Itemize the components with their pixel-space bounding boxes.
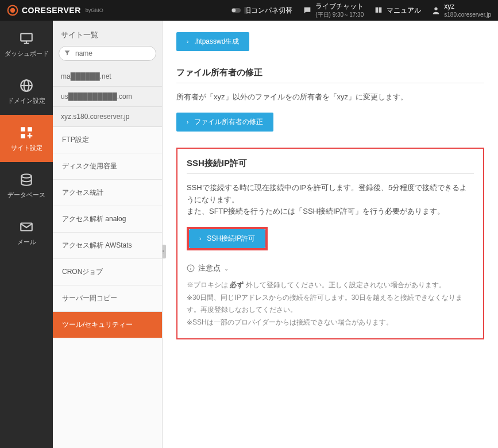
panel-drag-handle[interactable]: ≡ xyxy=(163,245,166,258)
ssh-button-highlight: › SSH接続IP許可 xyxy=(187,227,268,250)
notice-title-label: 注意点 xyxy=(198,263,221,273)
notice-body: ※プロキシは 必ず 外して登録してください。正しく設定されない場合があります。 … xyxy=(187,279,474,329)
chevron-right-icon: › xyxy=(187,119,188,125)
svg-rect-12 xyxy=(28,127,32,132)
notice-line-1c: 外して登録してください。正しく設定されない場合があります。 xyxy=(244,281,445,289)
info-icon xyxy=(187,264,195,272)
ssh-text-1: SSHで接続する時に現在接続中のIPを許可します。登録後、5分程度で接続できるよ… xyxy=(187,183,467,204)
svg-rect-11 xyxy=(21,127,25,132)
htpasswd-button-label: .htpasswd生成 xyxy=(194,37,239,47)
nav-domain-label: ドメイン設定 xyxy=(7,96,45,105)
svg-point-14 xyxy=(21,174,31,178)
svg-point-1 xyxy=(10,8,15,13)
notice-toggle[interactable]: 注意点 ⌄ xyxy=(187,263,474,273)
main-nav: ダッシュボード ドメイン設定 サイト設定 データベース メール xyxy=(0,21,53,448)
old-panel-toggle[interactable]: 旧コンパネ切替 xyxy=(231,6,292,16)
site-search-input[interactable] xyxy=(59,46,156,61)
site-item[interactable]: ma██████.net xyxy=(53,67,162,87)
ssh-title: SSH接続IP許可 xyxy=(187,158,474,169)
site-list-title: サイト一覧 xyxy=(53,21,162,46)
ssh-highlight-box: SSH接続IP許可 SSHで接続する時に現在接続中のIPを許可します。登録後、5… xyxy=(176,148,484,339)
ssh-text: SSHで接続する時に現在接続中のIPを許可します。登録後、5分程度で接続できるよ… xyxy=(187,182,474,218)
logo-icon xyxy=(7,5,18,16)
live-chat-label: ライブチャット xyxy=(315,2,364,11)
svg-rect-5 xyxy=(21,33,32,41)
nav-dashboard-label: ダッシュボード xyxy=(5,49,49,58)
tool-ftp[interactable]: FTP設定 xyxy=(53,127,162,153)
book-icon xyxy=(374,6,383,15)
site-item[interactable]: us██████████.com xyxy=(53,87,162,107)
user-server-label: s180.coreserver.jp xyxy=(444,11,491,18)
tool-awstats[interactable]: アクセス解析 AWStats xyxy=(53,233,162,259)
notice-line-2: ※30日間、同じIPアドレスからの接続を許可します。30日を越えると接続できなく… xyxy=(187,293,462,314)
live-chat-hours: (平日) 9:30～17:30 xyxy=(315,11,364,18)
logo-sub: byGMO xyxy=(86,7,103,13)
svg-point-4 xyxy=(435,7,438,10)
notice-line-3: ※SSHは一部のプロバイダーからは接続できない場合があります。 xyxy=(187,318,393,326)
owner-fix-title: ファイル所有者の修正 xyxy=(176,67,484,78)
notice-line-1a: ※プロキシは xyxy=(187,281,230,289)
nav-dashboard[interactable]: ダッシュボード xyxy=(0,21,53,68)
nav-site[interactable]: サイト設定 xyxy=(0,115,53,162)
tool-security[interactable]: ツール/セキュリティー xyxy=(53,312,162,338)
database-icon xyxy=(19,172,34,187)
manual-label: マニュアル xyxy=(387,6,421,16)
user-icon xyxy=(431,6,441,15)
nav-mail[interactable]: メール xyxy=(0,209,53,256)
tool-nav: FTP設定 ディスク使用容量 アクセス統計 アクセス解析 analog アクセス… xyxy=(53,127,163,448)
toggle-icon xyxy=(231,6,241,15)
tool-disk[interactable]: ディスク使用容量 xyxy=(53,153,162,180)
site-list-panel: サイト一覧 ma██████.net us██████████.com xyz.… xyxy=(53,21,163,127)
chevron-down-icon: ⌄ xyxy=(224,265,229,272)
manual-link[interactable]: マニュアル xyxy=(374,6,421,16)
tool-cron[interactable]: CRONジョブ xyxy=(53,259,162,285)
owner-fix-text: 所有者が「xyz」以外のファイルをの所有者を「xyz」に変更します。 xyxy=(176,91,484,103)
nav-database[interactable]: データベース xyxy=(0,162,53,209)
logo[interactable]: CORESERVER byGMO xyxy=(7,5,103,16)
live-chat-link[interactable]: ライブチャット (平日) 9:30～17:30 xyxy=(303,2,364,19)
filter-icon xyxy=(64,49,71,56)
divider xyxy=(187,173,474,174)
notice-line-1b: 必ず xyxy=(230,281,244,289)
owner-fix-button[interactable]: › ファイル所有者の修正 xyxy=(176,113,273,132)
ssh-allow-button[interactable]: › SSH接続IP許可 xyxy=(189,229,265,248)
main-content: ≡ › .htpasswd生成 ファイル所有者の修正 所有者が「xyz」以外のフ… xyxy=(163,21,498,448)
tool-access-stats[interactable]: アクセス統計 xyxy=(53,180,162,206)
ssh-text-2: また、SFTP接続を行うためには「SSH接続IP許可」を行う必要があります。 xyxy=(187,207,445,215)
logo-text: CORESERVER xyxy=(22,6,81,15)
mail-icon xyxy=(19,219,34,234)
svg-rect-13 xyxy=(21,134,25,138)
top-header: CORESERVER byGMO 旧コンパネ切替 ライブチャット (平日) 9:… xyxy=(0,0,498,21)
nav-domain[interactable]: ドメイン設定 xyxy=(0,68,53,115)
monitor-icon xyxy=(19,31,34,46)
ssh-allow-button-label: SSH接続IP許可 xyxy=(207,234,255,244)
nav-site-label: サイト設定 xyxy=(11,144,43,152)
divider xyxy=(176,83,484,83)
user-menu[interactable]: xyz s180.coreserver.jp xyxy=(431,2,491,19)
old-panel-label: 旧コンパネ切替 xyxy=(244,6,292,16)
nav-mail-label: メール xyxy=(17,238,36,246)
user-name-label: xyz xyxy=(444,2,491,11)
owner-fix-button-label: ファイル所有者の修正 xyxy=(194,117,263,127)
site-item[interactable]: xyz.s180.coreserver.jp xyxy=(53,107,162,127)
chevron-right-icon: › xyxy=(187,38,188,45)
chat-icon xyxy=(303,6,312,15)
nav-database-label: データベース xyxy=(7,191,45,199)
chevron-right-icon: › xyxy=(199,235,201,242)
tool-server-copy[interactable]: サーバー間コピー xyxy=(53,285,162,312)
htpasswd-button[interactable]: › .htpasswd生成 xyxy=(176,32,249,51)
svg-point-3 xyxy=(232,9,236,13)
grid-plus-icon xyxy=(19,125,34,140)
tool-analog[interactable]: アクセス解析 analog xyxy=(53,206,162,233)
globe-icon xyxy=(19,78,34,93)
